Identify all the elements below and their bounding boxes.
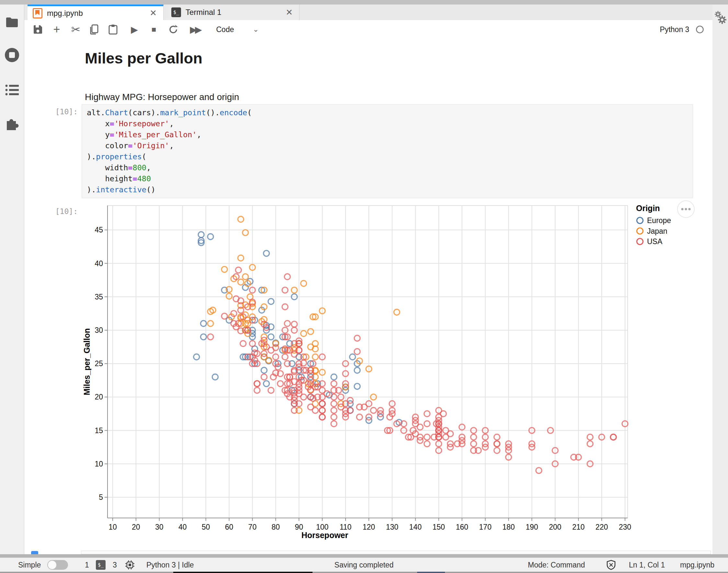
data-point-japan	[207, 320, 213, 326]
x-tick-label: 70	[248, 523, 257, 531]
x-tick-label: 90	[295, 523, 303, 531]
data-point-usa	[424, 421, 430, 427]
y-tick-label: 35	[95, 293, 103, 301]
data-point-usa	[471, 434, 477, 440]
x-tick-label: 120	[363, 523, 375, 531]
data-point-usa	[494, 448, 500, 454]
statusbar-filename: mpg.ipynb	[680, 558, 714, 572]
data-point-japan	[238, 279, 244, 285]
y-tick-label: 15	[95, 426, 103, 435]
data-point-usa	[331, 401, 337, 407]
data-point-europe	[261, 367, 267, 373]
data-point-usa	[424, 441, 430, 447]
status-bar: Simple 1 $_ 3 Python 3 | Idle Saving com…	[0, 558, 728, 572]
toggle-knob	[48, 561, 56, 569]
data-point-japan	[312, 354, 318, 360]
terminal-badge-icon[interactable]: $_	[96, 558, 106, 572]
data-point-usa	[268, 387, 274, 393]
data-point-japan	[308, 328, 313, 334]
data-point-usa	[331, 408, 337, 413]
data-point-usa	[354, 349, 360, 355]
status-message: Saving completed	[335, 558, 394, 572]
trust-shield-icon[interactable]	[606, 558, 616, 572]
y-tick-label: 45	[95, 226, 103, 234]
data-point-usa	[261, 374, 267, 380]
x-tick-label: 50	[202, 523, 210, 531]
data-point-usa	[331, 381, 337, 386]
x-tick-label: 190	[526, 523, 538, 531]
data-point-europe	[194, 354, 199, 360]
kernel-chip-icon[interactable]	[125, 558, 135, 572]
x-tick-label: 80	[272, 523, 280, 531]
data-point-europe	[263, 381, 270, 386]
data-point-usa	[331, 421, 337, 427]
data-point-usa	[536, 467, 542, 473]
data-point-usa	[284, 320, 290, 326]
y-tick-label: 25	[95, 359, 103, 368]
data-point-japan	[243, 230, 248, 236]
horizontal-scrollbar[interactable]	[81, 551, 711, 554]
data-point-usa	[282, 354, 288, 360]
y-axis-title: Miles_per_Gallon	[82, 328, 91, 395]
data-point-usa	[356, 414, 362, 420]
data-point-japan	[238, 255, 244, 261]
kernel-count: 3	[113, 558, 117, 572]
x-tick-label: 150	[432, 523, 445, 531]
data-point-europe	[331, 374, 337, 380]
ellipsis-button[interactable]	[677, 201, 694, 217]
data-point-usa	[494, 441, 500, 447]
data-point-europe	[198, 232, 204, 238]
data-point-usa	[282, 304, 288, 310]
data-point-europe	[263, 251, 270, 256]
x-axis-title: Horsepower	[301, 531, 348, 540]
x-tick-label: 130	[386, 523, 398, 531]
legend-swatch-japan	[637, 228, 643, 234]
data-point-usa	[308, 404, 313, 410]
jupyterlab-window: { "colors": { "accent_blue": "#2196f3", …	[0, 0, 728, 573]
command-mode-indicator[interactable]: Mode: Command	[528, 558, 585, 572]
y-tick-label: 20	[95, 393, 103, 401]
data-point-europe	[354, 367, 360, 373]
simple-mode-toggle[interactable]	[47, 560, 68, 570]
y-tick-label: 10	[95, 460, 103, 468]
x-tick-label: 200	[549, 523, 561, 531]
x-tick-label: 10	[108, 523, 117, 531]
data-point-usa	[494, 434, 500, 440]
cell-collapser[interactable]	[31, 551, 38, 554]
data-point-usa	[587, 434, 593, 440]
legend-label: USA	[647, 237, 663, 246]
data-point-usa	[240, 341, 246, 347]
data-point-usa	[278, 381, 283, 386]
data-point-usa	[254, 387, 260, 393]
data-point-japan	[243, 274, 248, 280]
kernel-status-text[interactable]: Python 3 | Idle	[146, 558, 194, 572]
data-point-usa	[417, 424, 423, 430]
data-point-usa	[282, 287, 288, 293]
data-point-europe	[354, 383, 360, 389]
data-point-usa	[235, 267, 241, 273]
data-point-japan	[394, 309, 400, 315]
x-tick-label: 110	[340, 523, 352, 531]
data-point-europe	[268, 334, 274, 340]
data-point-europe	[268, 299, 274, 304]
window-frame-strip	[0, 554, 728, 558]
x-tick-label: 230	[619, 523, 631, 531]
data-point-japan	[301, 281, 307, 286]
x-tick-label: 40	[179, 523, 187, 531]
data-point-usa	[291, 351, 297, 357]
data-point-japan	[238, 216, 244, 222]
data-point-japan	[301, 330, 307, 336]
x-tick-label: 170	[479, 523, 491, 531]
x-tick-label: 20	[132, 523, 140, 531]
data-point-usa	[284, 274, 290, 280]
data-point-usa	[471, 441, 477, 447]
y-tick-label: 5	[99, 493, 103, 502]
cursor-position[interactable]: Ln 1, Col 1	[629, 558, 665, 572]
terminal-count: 1	[85, 558, 89, 572]
data-point-europe	[207, 234, 213, 240]
legend-label: Europe	[647, 216, 671, 225]
data-point-usa	[331, 414, 337, 420]
y-tick-label: 40	[95, 259, 103, 268]
x-tick-label: 180	[502, 523, 515, 531]
x-tick-label: 100	[316, 523, 328, 531]
